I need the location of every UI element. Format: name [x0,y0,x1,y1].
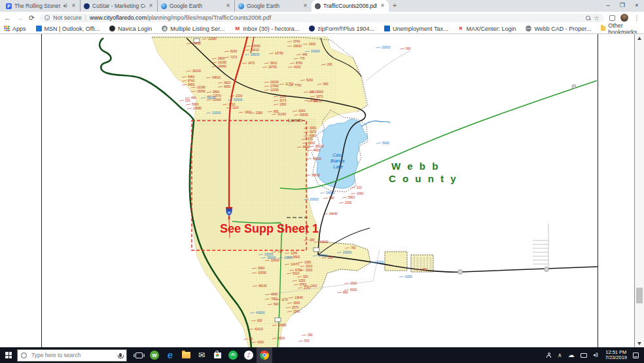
bookmark-webb-cad-proper-[interactable]: Webb CAD - Proper... [526,26,591,32]
svg-text:1360: 1360 [279,95,287,98]
svg-text:15060: 15060 [252,45,260,48]
taskbar-mail-icon[interactable]: ✉ [194,347,209,363]
search-input[interactable] [30,351,116,359]
bookmark-items: MSN | Outlook, Offi...Navica LoginaMulti… [36,26,592,32]
svg-text:760: 760 [351,246,356,250]
svg-text:8900: 8900 [293,256,300,259]
scrollbar-thumb[interactable] [636,288,643,303]
bookmark-unemployment-tax-[interactable]: Unemployment Tax... [384,26,448,32]
profile-avatar[interactable] [620,14,628,22]
people-icon[interactable] [546,353,552,358]
back-button[interactable]: ← [4,12,11,23]
tab-close-icon[interactable]: × [302,3,308,9]
bookmark-msn-outlook-offi-[interactable]: MSN | Outlook, Offi... [36,26,100,32]
svg-text:19760: 19760 [268,66,277,69]
bookmark-multiple-listing-ser-[interactable]: aMultiple Listing Ser... [162,26,224,32]
bookmark-max-center-login[interactable]: ✕MAX/Center: Login [457,26,516,32]
tab-google-earth[interactable]: Google Earth× [234,0,312,12]
folder-icon [601,26,605,31]
taskbar-search[interactable] [17,349,127,362]
taskbar-chrome-icon[interactable] [257,347,272,363]
browser-menu-icon[interactable]: ⋮ [634,14,640,22]
svg-text:4090: 4090 [224,85,231,88]
svg-text:560: 560 [406,47,411,50]
svg-text:16090: 16090 [197,90,206,93]
new-tab-button[interactable]: + [389,0,401,12]
scrollbar[interactable] [634,34,644,348]
traffic-counts-map[interactable]: 35 1442012080150603740168201600823026410… [0,34,644,348]
svg-text:21000: 21000 [212,111,221,115]
extension-icon[interactable] [609,15,615,21]
minimize-button[interactable]: – [601,0,615,12]
chrome-icon [260,351,269,360]
browser-toolbar: ← → ⟳ i Not secure | www.cityoflaredo.co… [0,12,644,24]
close-button[interactable]: × [630,0,644,12]
pdf-viewport[interactable]: 35 1442012080150603740168201600823026410… [0,33,644,347]
unemployment-icon [384,26,390,31]
svg-text:5810: 5810 [270,62,277,65]
info-icon[interactable]: i [45,15,50,20]
svg-text:2040: 2040 [298,109,306,113]
svg-text:730: 730 [277,250,283,254]
tab-google-earth[interactable]: Google Earth× [157,0,234,12]
taskbar-webroot-icon[interactable]: w [147,347,162,363]
tab-close-icon[interactable]: × [148,3,154,9]
maximize-button[interactable]: ❐ [615,0,630,12]
taskbar-file-explorer-icon[interactable] [178,347,194,363]
forward-button[interactable]: → [16,12,24,23]
bookmarks-bar: Apps MSN | Outlook, Offi...Navica Logina… [0,24,644,33]
apps-shortcut[interactable]: Apps [4,26,26,32]
tab-trafficcounts2008-pdf[interactable]: TrafficCounts2008.pdf× [312,0,389,12]
chevron-up-icon[interactable]: ∧ [558,352,562,358]
clock-date: 7/23/2019 [605,355,627,361]
svg-text:16820: 16820 [293,45,302,48]
svg-text:6160: 6160 [308,142,315,145]
taskbar-spotify-icon[interactable] [225,347,241,363]
svg-text:20000: 20000 [343,251,352,254]
volume-icon[interactable] [593,353,599,358]
svg-text:10600: 10600 [320,240,329,244]
tab-audio-icon[interactable] [63,3,68,9]
start-button[interactable] [0,347,17,363]
tab-the-rolling-stones-radio-n[interactable]: PThe Rolling Stones Radio - N× [3,0,80,12]
scroll-down-icon[interactable] [637,342,641,345]
svg-text:43000: 43000 [256,311,265,315]
taskbar-clock[interactable]: 12:51 PM 7/23/2019 [605,350,627,361]
action-center-icon[interactable] [633,353,639,358]
tab-title: The Rolling Stones Radio - N [14,3,60,9]
bookmark-star-icon[interactable]: ☆ [594,14,599,22]
svg-text:770: 770 [300,57,305,60]
svg-text:1250: 1250 [298,279,306,282]
tab-close-icon[interactable]: × [71,3,77,9]
scroll-up-icon[interactable] [637,37,641,40]
bookmark-label: MSN | Outlook, Offi... [45,26,100,32]
svg-text:25: 25 [249,337,253,341]
network-icon[interactable] [581,353,587,358]
taskbar-store-icon[interactable] [209,347,225,363]
taskbar-itunes-icon[interactable]: ♪ [241,347,257,363]
svg-text:13640: 13640 [295,296,303,299]
svg-text:5290: 5290 [306,79,313,82]
svg-text:570: 570 [308,138,313,141]
bookmark-zipform-plus-1904-[interactable]: zipForm®Plus 1904... [309,26,374,32]
store-icon [214,353,221,358]
taskbar-task-view-icon[interactable] [131,347,147,363]
svg-text:640: 640 [329,197,334,200]
svg-text:20000: 20000 [382,46,391,49]
svg-text:24000: 24000 [326,191,335,195]
reload-button[interactable]: ⟳ [29,12,35,23]
bookmark-navica-login[interactable]: Navica Login [109,26,152,32]
svg-text:8790: 8790 [296,62,303,65]
tab-close-icon[interactable]: × [225,3,231,9]
address-bar[interactable]: i Not secure | www.cityoflaredo.com/plan… [40,14,604,22]
onedrive-cloud-icon[interactable]: ☁ [568,352,575,358]
microphone-icon[interactable] [119,353,122,357]
svg-text:31240: 31240 [277,113,286,116]
search-icon[interactable] [586,16,590,20]
bookmark-inbox-30-hectora-[interactable]: MInbox (30) - hectora... [234,26,299,32]
svg-text:1390: 1390 [279,103,287,106]
tab-close-icon[interactable]: × [380,3,385,9]
taskbar-edge-icon[interactable]: e [162,347,178,363]
tab-costar-marketing-center[interactable]: CoStar - Marketing Center× [80,0,157,12]
svg-text:7790: 7790 [295,84,302,87]
